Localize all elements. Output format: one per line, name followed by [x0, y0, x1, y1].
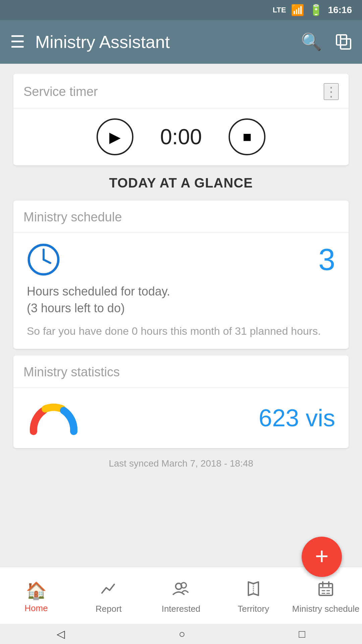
sync-status: Last synced March 7, 2018 - 18:48	[13, 455, 349, 472]
nav-interested-label: Interested	[162, 604, 200, 614]
bottom-nav: 🏠 Home Report Interested Terri	[0, 567, 362, 624]
play-button[interactable]: ▶	[97, 118, 133, 155]
recents-button[interactable]: □	[299, 628, 305, 640]
ministry-schedule-icon	[317, 580, 334, 601]
clock-icon	[27, 243, 60, 276]
ministry-statistics-header: Ministry statistics	[13, 356, 349, 388]
battery-icon: 🔋	[309, 4, 323, 16]
network-indicator: LTE	[273, 6, 286, 14]
svg-rect-10	[319, 584, 333, 595]
schedule-top-row: 3	[27, 243, 335, 276]
statistics-chart	[27, 398, 80, 438]
app-bar-actions: 🔍	[301, 32, 352, 52]
play-icon: ▶	[109, 128, 121, 146]
ministry-statistics-title: Ministry statistics	[23, 365, 120, 379]
nav-report[interactable]: Report	[72, 567, 145, 624]
main-content: Service timer ⋮ ▶ 0:00 ■ TODAY AT A GLAN…	[0, 64, 362, 567]
refresh-button[interactable]	[335, 34, 352, 50]
ministry-schedule-title: Ministry schedule	[23, 210, 122, 224]
nav-ministry-schedule-label: Ministry schedule	[292, 604, 360, 614]
nav-territory[interactable]: Territory	[217, 567, 290, 624]
schedule-description-1: Hours scheduled for today.(3 hours left …	[27, 283, 335, 317]
service-timer-header: Service timer ⋮	[13, 74, 349, 108]
service-timer-card: Service timer ⋮ ▶ 0:00 ■	[13, 74, 349, 165]
today-glance-heading: TODAY AT A GLANCE	[13, 172, 349, 194]
territory-icon	[245, 580, 262, 601]
ministry-statistics-body: 623 vis	[13, 388, 349, 448]
home-icon: 🏠	[26, 581, 47, 600]
nav-home-label: Home	[24, 603, 48, 613]
add-icon: +	[315, 544, 329, 568]
ministry-schedule-card[interactable]: Ministry schedule 3 Hours scheduled for …	[13, 201, 349, 349]
stop-icon: ■	[243, 128, 252, 145]
interested-icon	[173, 580, 189, 601]
nav-interested[interactable]: Interested	[145, 567, 217, 624]
svg-line-6	[44, 260, 50, 263]
app-bar: ☰ Ministry Assistant 🔍	[0, 20, 362, 64]
status-bar: LTE 📶 🔋 16:16	[0, 0, 362, 20]
service-timer-title: Service timer	[23, 85, 98, 99]
svg-rect-0	[337, 35, 347, 45]
stop-button[interactable]: ■	[229, 118, 265, 155]
status-icons: LTE 📶 🔋 16:16	[273, 4, 352, 16]
nav-report-label: Report	[96, 604, 122, 614]
ministry-schedule-body: 3 Hours scheduled for today.(3 hours lef…	[13, 233, 349, 349]
search-button[interactable]: 🔍	[301, 32, 322, 52]
home-system-button[interactable]: ○	[179, 628, 185, 640]
svg-rect-1	[341, 39, 351, 49]
schedule-description-2: So far you have done 0 hours this month …	[27, 324, 335, 339]
nav-territory-label: Territory	[238, 604, 269, 614]
clock: 16:16	[328, 5, 352, 15]
schedule-hours-number: 3	[318, 245, 335, 275]
timer-body: ▶ 0:00 ■	[13, 108, 349, 165]
nav-home[interactable]: 🏠 Home	[0, 567, 72, 624]
statistics-visits: 623 vis	[259, 404, 335, 432]
system-nav: ◁ ○ □	[0, 624, 362, 644]
signal-icon: 📶	[291, 4, 304, 16]
today-glance-title: TODAY AT A GLANCE	[13, 172, 349, 194]
report-icon	[100, 580, 117, 601]
ministry-schedule-header: Ministry schedule	[13, 201, 349, 233]
app-title: Ministry Assistant	[35, 32, 291, 52]
service-timer-more-button[interactable]: ⋮	[324, 83, 339, 100]
menu-button[interactable]: ☰	[10, 32, 25, 52]
add-fab-button[interactable]: +	[302, 537, 342, 577]
timer-display: 0:00	[160, 124, 202, 149]
ministry-statistics-card[interactable]: Ministry statistics 623 vis	[13, 356, 349, 448]
back-button[interactable]: ◁	[57, 628, 65, 640]
